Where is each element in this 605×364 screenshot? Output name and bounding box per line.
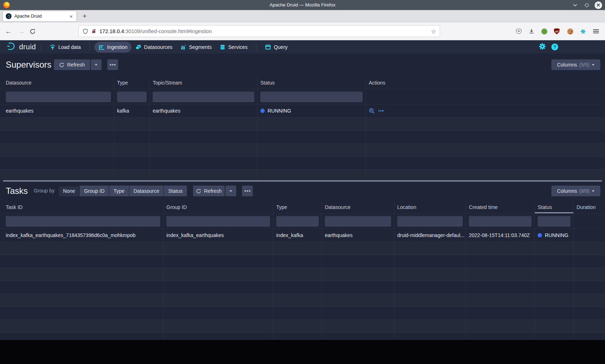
services-icon bbox=[220, 44, 225, 50]
column-header-datasource[interactable]: Datasource bbox=[322, 201, 394, 213]
url-bar[interactable]: 172.18.0.4:30109/unified-console.html#in… bbox=[79, 25, 440, 37]
column-header-label: Group ID bbox=[166, 204, 187, 210]
nav-services[interactable]: Services bbox=[216, 42, 252, 53]
empty-cell bbox=[163, 255, 273, 268]
shield-icon[interactable] bbox=[82, 28, 88, 34]
column-header-group-id[interactable]: Group ID bbox=[163, 201, 273, 213]
supervisors-more-button[interactable] bbox=[107, 59, 118, 70]
bookmark-star-icon[interactable]: ☆ bbox=[431, 28, 436, 35]
url-text: 172.18.0.4:30109/unified-console.html#in… bbox=[99, 28, 212, 34]
status-filter-input[interactable] bbox=[260, 91, 363, 102]
empty-cell bbox=[273, 294, 322, 306]
nav-load-data[interactable]: Load data bbox=[46, 42, 85, 53]
empty-cell bbox=[466, 320, 534, 332]
column-header-status[interactable]: Status bbox=[257, 76, 366, 89]
column-header-status-sorted[interactable]: Status bbox=[534, 201, 573, 213]
supervisors-refresh-caret-button[interactable] bbox=[91, 59, 102, 70]
type-filter-input[interactable] bbox=[276, 216, 319, 227]
group-by-group-id-button[interactable]: Group ID bbox=[80, 186, 109, 196]
column-header-created-time[interactable]: Created time bbox=[466, 201, 534, 213]
location-filter-input[interactable] bbox=[397, 216, 463, 227]
desktop-background bbox=[0, 340, 605, 364]
nav-segments[interactable]: Segments bbox=[176, 42, 216, 53]
supervisor-row[interactable]: earthquakes kafka earthquakes RUNNING bbox=[0, 104, 605, 118]
ublock-origin-icon[interactable]: uO bbox=[553, 28, 560, 35]
empty-row bbox=[0, 156, 605, 169]
datasource-filter-input[interactable] bbox=[325, 216, 391, 227]
empty-cell bbox=[149, 131, 257, 143]
privacy-badger-icon[interactable] bbox=[541, 28, 548, 35]
druid-brand[interactable]: druid bbox=[6, 41, 36, 53]
gear-icon[interactable] bbox=[539, 43, 546, 51]
new-tab-button[interactable]: + bbox=[80, 12, 89, 21]
empty-cell bbox=[257, 118, 366, 130]
column-header-location[interactable]: Location bbox=[394, 201, 466, 213]
empty-cell bbox=[573, 307, 605, 319]
empty-cell bbox=[273, 242, 322, 255]
topic-stream-filter-input[interactable] bbox=[153, 91, 254, 102]
caret-down-icon bbox=[592, 64, 595, 66]
empty-cell bbox=[257, 144, 366, 156]
column-header-task-id[interactable]: Task ID bbox=[0, 201, 163, 213]
tasks-refresh-button[interactable]: Refresh bbox=[193, 186, 225, 196]
column-header-duration[interactable]: Duration bbox=[573, 201, 605, 213]
tasks-refresh-caret-button[interactable] bbox=[225, 186, 236, 196]
empty-cell bbox=[114, 156, 149, 169]
tab-close-icon[interactable]: × bbox=[69, 14, 73, 19]
pocket-icon[interactable] bbox=[515, 28, 522, 35]
forward-button[interactable]: → bbox=[17, 27, 26, 36]
empty-cell bbox=[0, 281, 163, 294]
empty-cell bbox=[394, 255, 466, 268]
reload-button[interactable] bbox=[30, 28, 36, 35]
empty-cell bbox=[273, 307, 322, 319]
menu-icon[interactable] bbox=[592, 28, 600, 35]
cookie-extension-icon[interactable] bbox=[566, 28, 574, 35]
empty-cell bbox=[366, 144, 605, 156]
column-header-type[interactable]: Type bbox=[273, 201, 322, 213]
window-minimize-icon[interactable] bbox=[572, 1, 579, 9]
supervisors-filter-row bbox=[0, 89, 605, 104]
pane-resize-handle[interactable] bbox=[3, 180, 602, 182]
window-maximize-icon[interactable] bbox=[583, 1, 590, 9]
nav-ingestion[interactable]: Ingestion bbox=[94, 42, 131, 53]
inspect-icon[interactable] bbox=[369, 108, 375, 114]
column-header-actions[interactable]: Actions bbox=[366, 76, 605, 89]
task-row[interactable]: index_kafka_earthquakes_7184357396d6c0a_… bbox=[0, 229, 605, 242]
empty-row bbox=[0, 333, 605, 340]
column-header-type[interactable]: Type bbox=[114, 76, 149, 89]
window-close-button[interactable] bbox=[595, 1, 602, 9]
group-by-status-button[interactable]: Status bbox=[164, 186, 187, 196]
created-time-filter-input[interactable] bbox=[469, 216, 532, 227]
nav-datasources[interactable]: Datasources bbox=[131, 42, 176, 53]
supervisors-refresh-button[interactable]: Refresh bbox=[54, 59, 90, 70]
empty-row bbox=[0, 131, 605, 144]
group-by-datasource-button[interactable]: Datasource bbox=[129, 186, 164, 196]
group-by-none-button[interactable]: None bbox=[59, 186, 79, 196]
datasource-filter-input[interactable] bbox=[6, 91, 111, 102]
column-header-datasource[interactable]: Datasource bbox=[0, 76, 114, 89]
tasks-more-button[interactable] bbox=[242, 186, 253, 196]
type-filter-input[interactable] bbox=[117, 91, 147, 102]
insecure-lock-icon[interactable] bbox=[91, 28, 97, 34]
row-actions-icon[interactable] bbox=[378, 110, 384, 111]
empty-cell bbox=[573, 320, 605, 332]
tasks-columns-button[interactable]: Columns (9/9) bbox=[551, 186, 600, 196]
status-filter-input[interactable] bbox=[538, 216, 570, 227]
nav-query[interactable]: Query bbox=[261, 42, 291, 53]
empty-cell bbox=[149, 144, 257, 156]
empty-cell bbox=[0, 294, 163, 306]
empty-row bbox=[0, 118, 605, 131]
supervisor-type-cell: kafka bbox=[114, 104, 149, 117]
asterisk-extension-icon[interactable] bbox=[579, 28, 587, 35]
supervisors-columns-button[interactable]: Columns (5/5) bbox=[551, 59, 600, 70]
task-id-filter-input[interactable] bbox=[6, 216, 160, 227]
group-by-segmented-control: None Group ID Type Datasource Status bbox=[59, 186, 187, 196]
column-header-topic-stream[interactable]: Topic/Stream bbox=[149, 76, 257, 89]
help-icon[interactable]: ? bbox=[551, 44, 558, 50]
group-id-filter-input[interactable] bbox=[166, 216, 270, 227]
download-icon[interactable] bbox=[528, 28, 535, 35]
back-button[interactable]: ← bbox=[4, 27, 13, 36]
browser-tab[interactable]: Apache Druid × bbox=[3, 11, 76, 21]
screen: Apache Druid — Mozilla Firefox Apache Dr… bbox=[0, 0, 605, 364]
group-by-type-button[interactable]: Type bbox=[109, 186, 129, 196]
